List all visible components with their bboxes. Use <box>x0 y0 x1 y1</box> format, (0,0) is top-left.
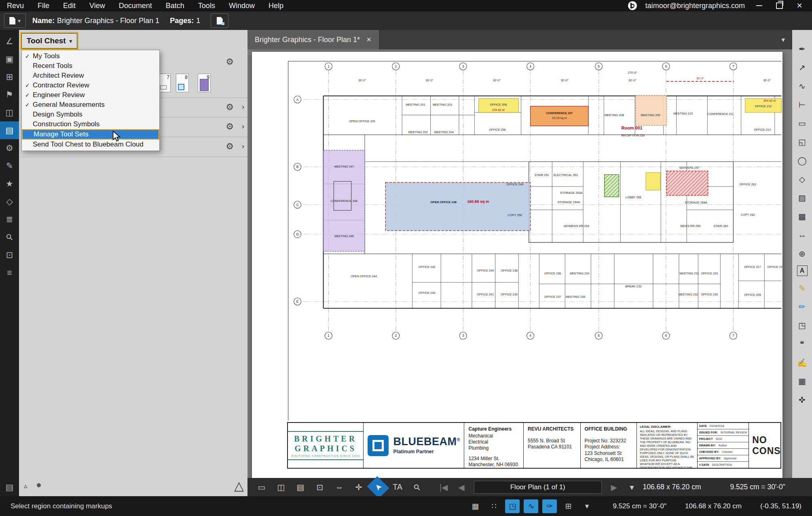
hatch-tool-icon[interactable]: ▨ <box>795 191 809 204</box>
gear-icon[interactable]: ⚙ <box>226 102 234 113</box>
highlighter-tool-icon[interactable]: ✏ <box>795 300 809 313</box>
layers-panel-icon[interactable]: ≡ <box>0 264 19 282</box>
pen-mode-icon[interactable]: ✑ <box>542 499 557 513</box>
sketch-mode-icon[interactable]: ∿ <box>524 499 538 513</box>
menu-document[interactable]: Document <box>112 0 159 11</box>
menu-item-architect-review[interactable]: Architect Review <box>22 71 159 81</box>
document-canvas[interactable]: 11223344556677ABCDEMEETING 201MEETING 20… <box>247 49 792 478</box>
measure-tool-icon[interactable]: ↔ <box>795 228 809 242</box>
reuse-markup-icon[interactable]: ◳ <box>505 499 520 513</box>
tool-chest-dropdown-button[interactable]: Tool Chest ▾ <box>21 33 77 49</box>
polyline-tool-icon[interactable]: ∿ <box>795 79 809 93</box>
svg-text:7: 7 <box>732 64 734 68</box>
chevron-right-icon[interactable]: › <box>242 102 244 111</box>
menu-edit[interactable]: Edit <box>56 0 82 11</box>
pen-tool-icon[interactable]: ✒ <box>795 42 809 55</box>
rectangle-tool-icon[interactable]: ▭ <box>795 117 809 130</box>
properties-panel-icon[interactable]: ⚙ <box>0 139 19 157</box>
gear-icon[interactable]: ⚙ <box>226 121 234 132</box>
tab-close-icon[interactable]: ✕ <box>366 36 372 43</box>
note-tool-icon[interactable]: ❝ <box>795 337 809 350</box>
chevron-right-icon[interactable]: › <box>242 142 244 151</box>
image-tool-icon[interactable]: ▦ <box>795 374 809 388</box>
close-button[interactable]: ✕ <box>793 1 806 11</box>
revision-row: PROJECT3232 <box>698 436 749 442</box>
menu-batch[interactable]: Batch <box>159 0 191 11</box>
status-chevron-icon[interactable]: ▾ <box>579 499 594 513</box>
crosshair-tool-icon[interactable]: ✜ <box>795 393 809 406</box>
page-menu-chevron-icon[interactable]: ▾ <box>624 480 641 495</box>
text-tool-icon[interactable]: A <box>797 265 808 276</box>
dimension-tool-icon[interactable]: ⊢ <box>795 98 809 111</box>
menu-item-contractor-review[interactable]: ✓Contractor Review <box>22 81 159 90</box>
thumbnail-zoom-out-handle[interactable]: ▵ <box>24 482 27 490</box>
account-email[interactable]: taimoor@brightergraphics.com <box>645 2 745 10</box>
spaces-panel-icon[interactable]: ◇ <box>0 193 19 210</box>
menu-view[interactable]: View <box>82 0 112 11</box>
next-page-icon[interactable]: ▶ <box>606 480 623 495</box>
snapshot-tool-icon[interactable]: ◱ <box>795 135 809 149</box>
menu-item-general-measurements[interactable]: ✓General Measurements <box>22 100 159 110</box>
pan-icon[interactable]: ✛ <box>350 480 367 495</box>
side-by-side-view-icon[interactable]: ◫ <box>273 480 290 495</box>
ellipse-tool-icon[interactable]: ◯ <box>795 154 809 167</box>
file-access-panel-icon[interactable]: ▣ <box>0 50 19 68</box>
first-page-icon[interactable]: |◀ <box>435 480 452 495</box>
arrow-tool-icon[interactable]: ↗ <box>795 61 809 74</box>
menu-item-manage-tool-sets[interactable]: Manage Tool Sets <box>22 129 159 140</box>
markup-mode-icon[interactable]: ⊞ <box>561 499 575 513</box>
snap-icon[interactable]: ∷ <box>486 499 501 513</box>
open-documents-chevron-icon[interactable]: ▾ <box>781 36 792 44</box>
select-text-icon[interactable]: TA <box>389 480 406 495</box>
gear-icon[interactable]: ⚙ <box>226 141 234 152</box>
menu-revu[interactable]: Revu <box>0 0 31 11</box>
region-tool-icon[interactable]: ▩ <box>795 210 809 223</box>
markup-summary-panel-icon[interactable]: ◫ <box>0 104 19 121</box>
menu-item-recent-tools[interactable]: Recent Tools <box>22 61 159 71</box>
menu-help[interactable]: Help <box>262 0 290 11</box>
minimize-button[interactable] <box>753 1 765 11</box>
polygon-tool-icon[interactable]: ◇ <box>795 172 809 186</box>
tool-thumbnail-8[interactable]: 8 <box>176 74 189 92</box>
calibrate-tool-icon[interactable]: ⊕ <box>795 247 809 260</box>
page-navigation-box[interactable]: Floor Plan (1 of 1) <box>474 481 602 494</box>
pencil-tool-icon[interactable]: ✎ <box>795 281 809 295</box>
restore-button[interactable] <box>773 1 785 11</box>
menu-item-my-tools[interactable]: ✓My Tools <box>22 51 159 61</box>
markup-list-toggle-icon[interactable]: ▤ <box>0 478 19 496</box>
menu-item-send-tool-chest-to-bluebeam-cloud[interactable]: Send Tool Chest to Bluebeam Cloud <box>22 140 159 149</box>
measurements-panel-icon[interactable]: ∠ <box>0 32 19 50</box>
thumbnails-panel-icon[interactable]: ⊞ <box>0 68 19 86</box>
menu-tools[interactable]: Tools <box>191 0 222 11</box>
chevron-right-icon[interactable]: › <box>242 122 244 131</box>
gear-icon[interactable]: ⚙ <box>226 57 234 67</box>
menu-window[interactable]: Window <box>222 0 262 11</box>
callout-tool-icon[interactable]: ◳ <box>795 319 809 332</box>
menu-item-engineer-review[interactable]: ✓Engineer Review <box>22 90 159 100</box>
select-icon[interactable]: ➤ <box>367 476 389 498</box>
prev-page-icon[interactable]: ◀ <box>453 480 470 495</box>
floor-plan-drawing[interactable]: 11223344556677ABCDEMEETING 201MEETING 20… <box>252 52 782 478</box>
page-setup-button[interactable] <box>211 13 228 28</box>
document-tab[interactable]: Brighter Graphics - Floor Plan 1* ✕ <box>247 30 379 49</box>
fit-width-icon[interactable]: ⇔ <box>331 480 348 495</box>
thumbnail-zoom-slider-dot[interactable] <box>37 483 41 487</box>
pdf-page[interactable]: 11223344556677ABCDEMEETING 201MEETING 20… <box>252 52 782 478</box>
fit-page-icon[interactable]: ⊡ <box>311 480 328 495</box>
thumbnail-zoom-in-handle[interactable]: △ <box>234 478 244 493</box>
page-dimensions: 106.68 x 76.20 cm <box>643 483 701 491</box>
bookmarks-panel-icon[interactable]: ⚑ <box>0 86 19 104</box>
menu-item-design-symbols[interactable]: Design Symbols <box>22 110 159 119</box>
markup-list-panel-icon[interactable]: ✎ <box>0 157 19 175</box>
zoom-icon[interactable]: ⚲ <box>406 476 428 498</box>
menu-file[interactable]: File <box>31 0 56 11</box>
multi-page-view-icon[interactable]: ▤ <box>292 480 309 495</box>
menu-item-construction-symbols[interactable]: Construction Symbols <box>22 119 159 129</box>
single-page-view-icon[interactable]: ▭ <box>253 480 270 495</box>
document-menu-button[interactable]: ▾ <box>4 13 26 28</box>
studio-panel-icon[interactable]: ★ <box>0 175 19 193</box>
signature-tool-icon[interactable]: ✍ <box>795 356 809 369</box>
grid-icon[interactable]: ▦ <box>468 499 482 513</box>
tool-thumbnail-9[interactable]: 9 <box>198 74 211 92</box>
tool-chest-panel-icon[interactable]: ▤ <box>0 121 19 139</box>
